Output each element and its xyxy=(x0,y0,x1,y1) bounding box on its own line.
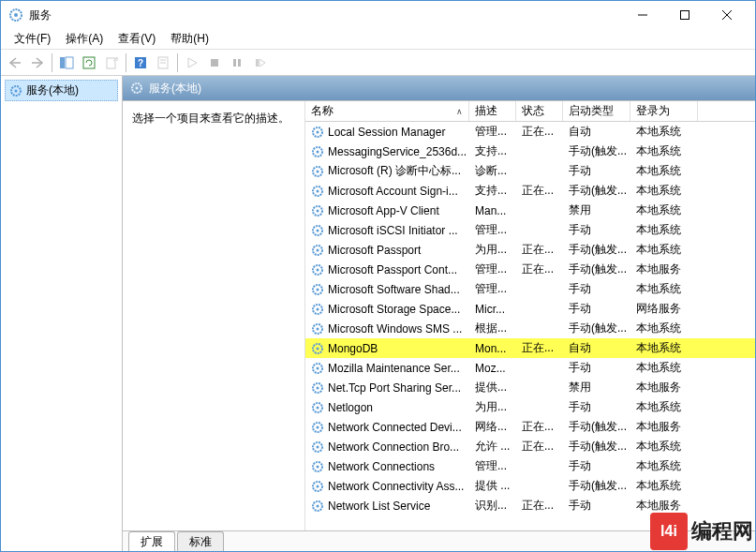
gear-icon xyxy=(311,303,324,316)
menu-action[interactable]: 操作(A) xyxy=(58,29,111,49)
svg-point-60 xyxy=(317,445,319,448)
cell-name: Microsoft Passport Cont... xyxy=(305,263,469,276)
tab-standard[interactable]: 标准 xyxy=(177,531,224,552)
service-row[interactable]: Mozilla Maintenance Ser...Moz...手动本地系统 xyxy=(305,358,755,378)
svg-marker-17 xyxy=(188,58,197,67)
refresh-list-button[interactable] xyxy=(79,52,99,73)
cell-name: MongoDB xyxy=(305,342,469,355)
service-row[interactable]: Microsoft Storage Space...Micr...手动网络服务 xyxy=(305,299,755,319)
tab-extended[interactable]: 扩展 xyxy=(128,531,175,552)
cell-desc: 管理... xyxy=(469,222,516,238)
minimize-button[interactable] xyxy=(621,2,663,28)
description-panel: 选择一个项目来查看它的描述。 xyxy=(123,101,305,530)
detail-header-title: 服务(本地) xyxy=(149,81,201,97)
service-row[interactable]: Netlogon为用...手动本地系统 xyxy=(305,397,755,417)
cell-startup: 手动(触发... xyxy=(563,261,630,277)
cell-desc: 提供... xyxy=(469,380,516,395)
cell-startup: 手动 xyxy=(563,163,630,179)
col-desc[interactable]: 描述 xyxy=(469,101,516,121)
properties-button[interactable] xyxy=(153,52,173,73)
service-row[interactable]: Microsoft Software Shad...管理...手动本地系统 xyxy=(305,279,755,299)
cell-desc: 允许 ... xyxy=(469,439,516,455)
service-row[interactable]: Net.Tcp Port Sharing Ser...提供...禁用本地服务 xyxy=(305,378,755,397)
pause-service-button[interactable] xyxy=(227,52,247,73)
cell-logon: 本地系统 xyxy=(630,360,698,376)
export-list-button[interactable] xyxy=(101,52,122,73)
gear-icon xyxy=(311,224,324,237)
cell-logon: 本地服务 xyxy=(630,261,698,277)
menu-file[interactable]: 文件(F) xyxy=(7,29,58,49)
svg-point-54 xyxy=(317,386,319,389)
service-row[interactable]: Network Connected Devi...网络...正在...手动(触发… xyxy=(305,417,755,437)
gear-icon xyxy=(311,342,324,355)
show-hide-tree-button[interactable] xyxy=(56,52,77,73)
restart-service-button[interactable] xyxy=(249,52,270,73)
help-button[interactable]: ? xyxy=(130,52,151,73)
service-row[interactable]: Microsoft App-V ClientMan...禁用本地系统 xyxy=(305,201,755,220)
cell-name: Mozilla Maintenance Ser... xyxy=(305,362,469,375)
cell-logon: 本地系统 xyxy=(630,458,698,474)
cell-startup: 手动 xyxy=(563,458,630,474)
watermark: l4i 编程网 xyxy=(650,512,755,551)
service-row[interactable]: Microsoft Passport为用...正在...手动(触发...本地系统 xyxy=(305,240,755,260)
services-list[interactable]: 名称∧ 描述 状态 启动类型 登录为 Local Session Manager… xyxy=(305,101,755,530)
svg-text:?: ? xyxy=(138,58,143,68)
service-row[interactable]: Network Connections管理...手动本地系统 xyxy=(305,456,755,476)
nav-forward-button[interactable] xyxy=(27,52,48,73)
cell-desc: 支持... xyxy=(469,183,516,199)
cell-desc: 管理... xyxy=(469,124,516,140)
svg-point-64 xyxy=(317,485,319,487)
gear-icon xyxy=(311,204,324,217)
cell-name: Microsoft Account Sign-i... xyxy=(305,185,469,198)
service-row[interactable]: MessagingService_2536d...支持...手动(触发...本地… xyxy=(305,142,755,161)
cell-name: Network Connections xyxy=(305,460,469,473)
col-logon[interactable]: 登录为 xyxy=(630,101,698,121)
svg-marker-22 xyxy=(259,59,265,67)
cell-status: 正在... xyxy=(516,439,563,455)
toolbar-separator xyxy=(177,53,178,72)
cell-logon: 本地系统 xyxy=(630,143,698,159)
cell-startup: 手动(触发... xyxy=(563,143,630,159)
service-row[interactable]: Local Session Manager管理...正在...自动本地系统 xyxy=(305,122,755,142)
service-row[interactable]: Microsoft iSCSI Initiator ...管理...手动本地系统 xyxy=(305,220,755,240)
cell-startup: 手动(触发... xyxy=(563,183,630,199)
service-row[interactable]: Microsoft (R) 诊断中心标...诊断...手动本地系统 xyxy=(305,161,755,181)
cell-desc: Micr... xyxy=(469,303,516,316)
cell-logon: 本地系统 xyxy=(630,478,698,494)
cell-desc: 网络... xyxy=(469,419,516,435)
cell-status: 正在... xyxy=(516,183,563,199)
tree-services-local[interactable]: 服务(本地) xyxy=(5,80,118,101)
svg-point-46 xyxy=(317,307,319,310)
service-row[interactable]: Microsoft Account Sign-i...支持...正在...手动(… xyxy=(305,181,755,201)
gear-icon xyxy=(311,126,324,139)
start-service-button[interactable] xyxy=(182,52,202,73)
maximize-button[interactable] xyxy=(663,2,705,28)
stop-service-button[interactable] xyxy=(204,52,225,73)
cell-logon: 本地系统 xyxy=(630,340,698,356)
cell-name: Microsoft iSCSI Initiator ... xyxy=(305,224,469,237)
cell-status: 正在... xyxy=(516,242,563,258)
col-status[interactable]: 状态 xyxy=(516,101,563,121)
cell-name: Network Connection Bro... xyxy=(305,440,469,454)
col-startup[interactable]: 启动类型 xyxy=(563,101,630,121)
nav-back-button[interactable] xyxy=(5,52,25,73)
service-row[interactable]: MongoDBMon...正在...自动本地系统 xyxy=(305,338,755,358)
cell-startup: 禁用 xyxy=(563,202,630,218)
column-header-row: 名称∧ 描述 状态 启动类型 登录为 xyxy=(305,101,755,122)
service-row[interactable]: Microsoft Windows SMS ...根据...手动(触发...本地… xyxy=(305,319,755,338)
gear-icon xyxy=(311,185,324,198)
col-name[interactable]: 名称∧ xyxy=(305,101,469,121)
titlebar: 服务 xyxy=(1,1,755,29)
service-row[interactable]: Network Connection Bro...允许 ...正在...手动(触… xyxy=(305,437,755,456)
service-row[interactable]: Network Connectivity Ass...提供 ...手动(触发..… xyxy=(305,476,755,496)
gear-icon xyxy=(311,421,324,434)
watermark-text: 编程网 xyxy=(691,517,753,545)
cell-startup: 手动 xyxy=(563,281,630,297)
service-row[interactable]: Microsoft Passport Cont...管理...正在...手动(触… xyxy=(305,260,755,279)
close-button[interactable] xyxy=(705,2,748,28)
menu-help[interactable]: 帮助(H) xyxy=(163,29,216,49)
cell-name: Net.Tcp Port Sharing Ser... xyxy=(305,381,469,395)
menu-view[interactable]: 查看(V) xyxy=(111,29,163,49)
cell-desc: 管理... xyxy=(469,261,516,277)
cell-startup: 禁用 xyxy=(563,380,630,395)
